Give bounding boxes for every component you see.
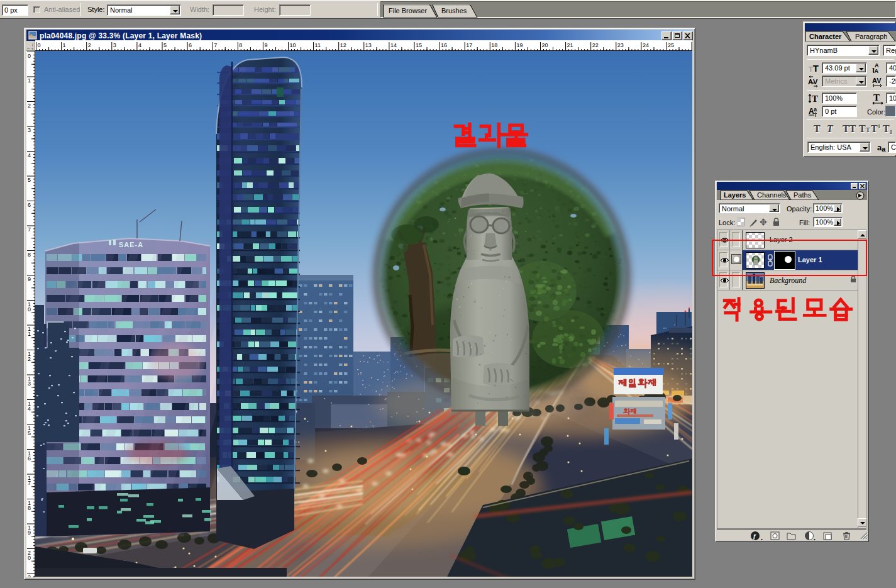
svg-text:0: 0 xyxy=(28,306,31,313)
svg-text:4: 4 xyxy=(28,406,31,412)
svg-text:8: 8 xyxy=(28,505,31,511)
svg-text:T: T xyxy=(812,94,818,104)
svg-text:2: 2 xyxy=(28,356,31,362)
svg-text:5: 5 xyxy=(163,42,167,48)
svg-text:1: 1 xyxy=(63,42,66,48)
svg-text:18: 18 xyxy=(491,42,497,48)
svg-text:7: 7 xyxy=(28,226,31,233)
svg-text:20: 20 xyxy=(542,42,548,48)
svg-text:Channels: Channels xyxy=(757,191,787,199)
svg-text:Brushes: Brushes xyxy=(441,7,467,14)
svg-text:8: 8 xyxy=(239,42,242,48)
svg-text:SAE-A: SAE-A xyxy=(119,241,143,248)
svg-text:24: 24 xyxy=(643,42,649,48)
svg-text:5: 5 xyxy=(28,177,31,183)
svg-text:6: 6 xyxy=(28,455,31,462)
svg-text:25: 25 xyxy=(668,42,674,48)
svg-text:AV: AV xyxy=(872,77,882,84)
svg-text:6: 6 xyxy=(189,42,192,48)
svg-text:Paths: Paths xyxy=(794,191,812,199)
svg-text:3: 3 xyxy=(28,127,31,133)
svg-text:16: 16 xyxy=(441,42,447,48)
svg-text:15: 15 xyxy=(416,42,422,48)
svg-text:2: 2 xyxy=(28,574,31,577)
svg-text:7: 7 xyxy=(28,480,31,486)
svg-text:2: 2 xyxy=(88,42,91,48)
svg-text:2: 2 xyxy=(28,103,31,109)
svg-text:Character: Character xyxy=(809,33,842,40)
svg-text:1: 1 xyxy=(28,77,31,84)
svg-text:a: a xyxy=(814,106,817,113)
svg-text:3: 3 xyxy=(28,380,31,387)
svg-text:11: 11 xyxy=(315,42,321,48)
svg-text:Paragraph: Paragraph xyxy=(855,33,887,40)
svg-text:6: 6 xyxy=(28,202,31,208)
svg-text:7: 7 xyxy=(214,42,217,48)
svg-text:A̴V: A̴V xyxy=(808,78,818,86)
svg-text:19: 19 xyxy=(516,42,523,48)
svg-text:21: 21 xyxy=(567,42,573,48)
svg-text:0: 0 xyxy=(38,42,41,48)
svg-text:4: 4 xyxy=(28,152,31,158)
svg-text:Layers: Layers xyxy=(724,191,746,199)
svg-text:T: T xyxy=(873,92,880,103)
svg-text:17: 17 xyxy=(466,42,472,48)
svg-text:9: 9 xyxy=(264,42,267,48)
svg-text:23: 23 xyxy=(617,42,624,48)
svg-text:0: 0 xyxy=(28,53,31,59)
svg-text:9: 9 xyxy=(28,530,31,536)
svg-text:9: 9 xyxy=(28,276,31,282)
svg-text:1: 1 xyxy=(28,331,31,337)
svg-text:5: 5 xyxy=(28,430,31,436)
svg-text:4: 4 xyxy=(138,42,141,48)
svg-text:12: 12 xyxy=(340,42,346,48)
svg-text:13: 13 xyxy=(365,42,372,48)
svg-text:File Browser: File Browser xyxy=(389,7,427,14)
svg-text:22: 22 xyxy=(592,42,599,48)
svg-text:10: 10 xyxy=(290,42,296,48)
svg-text:14: 14 xyxy=(390,42,397,48)
svg-text:8: 8 xyxy=(28,252,31,258)
svg-text:0: 0 xyxy=(28,555,31,561)
svg-text:3: 3 xyxy=(113,42,116,48)
